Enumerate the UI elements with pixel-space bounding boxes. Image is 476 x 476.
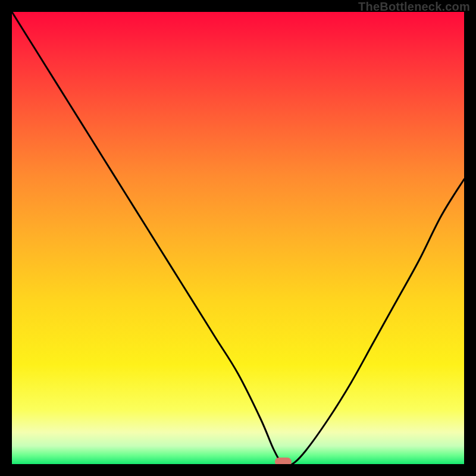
chart-frame: TheBottleneck.com (0, 0, 476, 476)
plot-area (12, 12, 464, 464)
attribution-label: TheBottleneck.com (358, 0, 470, 14)
bottleneck-curve (12, 12, 464, 464)
minimum-marker (275, 458, 292, 464)
